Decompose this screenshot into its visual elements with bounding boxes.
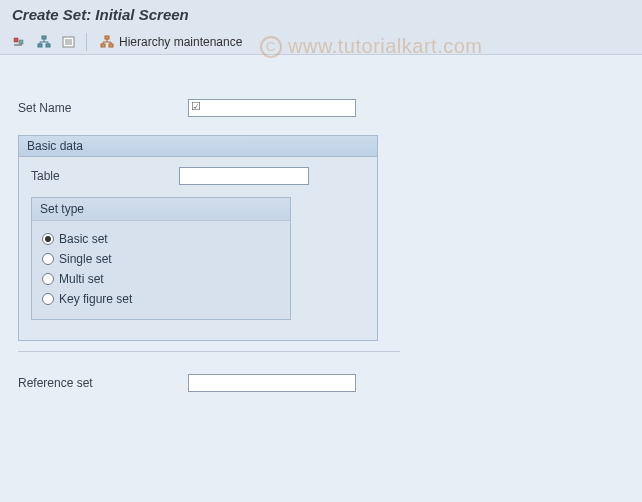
radio-icon xyxy=(42,293,54,305)
hierarchy-icon[interactable] xyxy=(33,32,55,52)
table-row: Table xyxy=(31,167,365,185)
radio-icon xyxy=(42,253,54,265)
hierarchy-maintenance-button[interactable]: Hierarchy maintenance xyxy=(93,33,248,51)
radio-label: Multi set xyxy=(59,272,104,286)
list-icon[interactable] xyxy=(58,32,80,52)
svg-rect-7 xyxy=(101,44,105,47)
svg-rect-8 xyxy=(109,44,113,47)
divider xyxy=(18,351,400,352)
radio-icon xyxy=(42,273,54,285)
set-type-title: Set type xyxy=(32,198,290,221)
toolbar-separator xyxy=(86,33,87,51)
svg-rect-2 xyxy=(42,36,46,39)
set-name-row: Set Name ☑ xyxy=(18,99,624,117)
svg-rect-1 xyxy=(19,40,23,44)
radio-basic-set[interactable]: Basic set xyxy=(42,229,280,249)
content-area: Set Name ☑ Basic data Table Set type Bas… xyxy=(0,55,642,402)
table-input[interactable] xyxy=(179,167,309,185)
reference-set-label: Reference set xyxy=(18,376,188,390)
radio-single-set[interactable]: Single set xyxy=(42,249,280,269)
basic-data-title: Basic data xyxy=(19,136,377,157)
set-name-label: Set Name xyxy=(18,101,188,115)
radio-label: Single set xyxy=(59,252,112,266)
radio-key-figure-set[interactable]: Key figure set xyxy=(42,289,280,309)
reference-set-input[interactable] xyxy=(188,374,356,392)
radio-label: Basic set xyxy=(59,232,108,246)
radio-label: Key figure set xyxy=(59,292,132,306)
hierarchy-maintenance-label: Hierarchy maintenance xyxy=(119,35,242,49)
svg-rect-0 xyxy=(14,38,18,42)
page-title: Create Set: Initial Screen xyxy=(0,0,642,29)
svg-rect-4 xyxy=(46,44,50,47)
radio-multi-set[interactable]: Multi set xyxy=(42,269,280,289)
table-label: Table xyxy=(31,169,179,183)
svg-rect-6 xyxy=(105,36,109,39)
toolbar: Hierarchy maintenance xyxy=(0,29,642,55)
set-type-group: Set type Basic set Single set Multi set xyxy=(31,197,291,320)
set-name-input[interactable] xyxy=(188,99,356,117)
reference-set-row: Reference set xyxy=(18,374,624,392)
hierarchy-maint-icon xyxy=(99,35,115,49)
display-icon[interactable] xyxy=(8,32,30,52)
svg-rect-3 xyxy=(38,44,42,47)
radio-icon xyxy=(42,233,54,245)
basic-data-group: Basic data Table Set type Basic set Sing… xyxy=(18,135,378,341)
